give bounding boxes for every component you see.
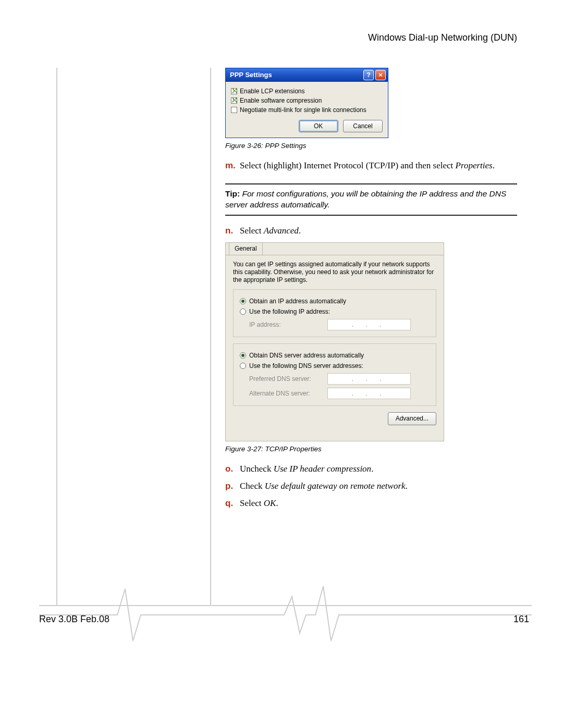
- radio-icon: [240, 352, 246, 359]
- main-content: PPP Settings ? × Enable LCP extensions E…: [225, 68, 517, 515]
- ip-manual-option[interactable]: Use the following IP address:: [240, 307, 430, 316]
- step-q-label: q.: [225, 498, 240, 510]
- tcpip-intro: You can get IP settings assigned automat…: [233, 261, 436, 284]
- advanced-button[interactable]: Advanced...: [388, 412, 436, 425]
- ip-address-field-row: IP address: . . .: [249, 319, 430, 330]
- footer-rule: [39, 605, 532, 606]
- ppp-opt-multilink-label: Negotiate multi-link for single link con…: [240, 106, 366, 114]
- dns-pref-input[interactable]: . . .: [327, 373, 411, 385]
- ip-address-input[interactable]: . . .: [327, 319, 411, 330]
- radio-icon: [240, 309, 246, 315]
- checkbox-icon: [231, 107, 237, 113]
- dns-pref-row: Preferred DNS server: . . .: [249, 373, 430, 385]
- tip-body: For most configurations, you will be obt…: [225, 189, 506, 209]
- checkbox-icon: [231, 97, 237, 104]
- step-q: q. Select OK.: [225, 498, 517, 510]
- cancel-button[interactable]: Cancel: [343, 120, 383, 132]
- dns-pref-label: Preferred DNS server:: [249, 375, 327, 383]
- page-header-title: Windows Dial-up Networking (DUN): [368, 32, 517, 43]
- close-icon[interactable]: ×: [375, 70, 386, 80]
- radio-icon: [240, 298, 246, 304]
- dns-auto-label: Obtain DNS server address automatically: [249, 351, 364, 360]
- ppp-opt-multilink[interactable]: Negotiate multi-link for single link con…: [231, 106, 383, 114]
- heartbeat-divider: [39, 584, 532, 646]
- ppp-opt-swcomp-label: Enable software compression: [240, 96, 322, 105]
- step-p-text-c: .: [406, 481, 408, 491]
- tab-general[interactable]: General: [229, 242, 263, 255]
- column-rule-mid: [210, 68, 211, 606]
- step-p-text-a: Check: [240, 481, 265, 491]
- step-o-text-a: Uncheck: [240, 464, 274, 474]
- ppp-titlebar: PPP Settings ? ×: [226, 68, 388, 82]
- step-o-text-c: .: [371, 464, 373, 474]
- ppp-opt-swcomp[interactable]: Enable software compression: [231, 96, 383, 105]
- ip-manual-label: Use the following IP address:: [249, 307, 330, 316]
- step-o: o. Uncheck Use IP header compression.: [225, 463, 517, 475]
- tcpip-properties-dialog: General You can get IP settings assigned…: [225, 242, 444, 441]
- step-o-label: o.: [225, 463, 240, 475]
- dns-manual-option[interactable]: Use the following DNS server addresses:: [240, 362, 430, 370]
- dns-alt-input[interactable]: . . .: [327, 388, 411, 399]
- ip-address-group: Obtain an IP address automatically Use t…: [233, 289, 436, 337]
- step-q-text-a: Select: [240, 498, 264, 508]
- step-n: n. Select Advanced.: [225, 225, 517, 237]
- step-o-text-b: Use IP header compression: [274, 464, 371, 474]
- figure-3-26-caption: Figure 3-26: PPP Settings: [225, 141, 517, 151]
- ip-auto-label: Obtain an IP address automatically: [249, 297, 346, 305]
- step-q-text-c: .: [276, 498, 278, 508]
- step-n-text-a: Select: [240, 226, 264, 236]
- ip-address-label: IP address:: [249, 320, 327, 329]
- ppp-opt-lcp[interactable]: Enable LCP extensions: [231, 87, 383, 95]
- step-m-text-a: Select (highlight) Internet Protocol (TC…: [240, 161, 456, 170]
- ip-auto-option[interactable]: Obtain an IP address automatically: [240, 297, 430, 305]
- step-n-label: n.: [225, 225, 240, 237]
- figure-3-27-caption: Figure 3-27: TCP/IP Properties: [225, 445, 517, 454]
- step-n-text-c: .: [299, 226, 301, 236]
- dns-alt-label: Alternate DNS server:: [249, 389, 327, 398]
- step-m-text-b: Properties: [456, 161, 493, 170]
- step-q-text-b: OK: [264, 498, 276, 508]
- step-m-text-c: .: [493, 161, 495, 170]
- step-p: p. Check Use default gateway on remote n…: [225, 480, 517, 492]
- dns-group: Obtain DNS server address automatically …: [233, 343, 436, 406]
- help-icon[interactable]: ?: [363, 70, 374, 80]
- dns-auto-option[interactable]: Obtain DNS server address automatically: [240, 351, 430, 360]
- step-p-label: p.: [225, 480, 240, 492]
- dns-alt-row: Alternate DNS server: . . .: [249, 388, 430, 399]
- ppp-opt-lcp-label: Enable LCP extensions: [240, 87, 305, 95]
- dns-manual-label: Use the following DNS server addresses:: [249, 362, 363, 370]
- ppp-settings-dialog: PPP Settings ? × Enable LCP extensions E…: [225, 68, 388, 138]
- tip-block: Tip: For most configurations, you will b…: [225, 183, 517, 216]
- step-m-label: m.: [225, 160, 240, 172]
- radio-icon: [240, 363, 246, 369]
- step-n-text-b: Advanced: [264, 226, 299, 236]
- step-p-text-b: Use default gateway on remote network: [265, 481, 406, 491]
- checkbox-icon: [231, 88, 237, 94]
- footer-page-number: 161: [513, 614, 529, 625]
- column-rule-left: [56, 68, 57, 606]
- ppp-title: PPP Settings: [230, 70, 362, 80]
- step-m: m. Select (highlight) Internet Protocol …: [225, 160, 517, 172]
- tip-lead: Tip:: [225, 189, 242, 198]
- footer-revision: Rev 3.0B Feb.08: [39, 614, 109, 625]
- ok-button[interactable]: OK: [299, 120, 338, 132]
